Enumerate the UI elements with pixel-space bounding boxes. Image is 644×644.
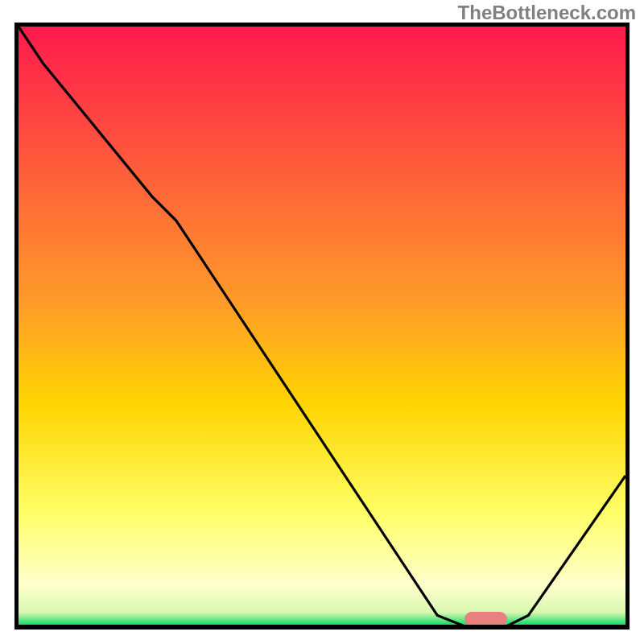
bottleneck-curve: [19, 27, 625, 630]
chart-frame: [14, 23, 630, 630]
attribution-text: TheBottleneck.com: [458, 2, 636, 24]
